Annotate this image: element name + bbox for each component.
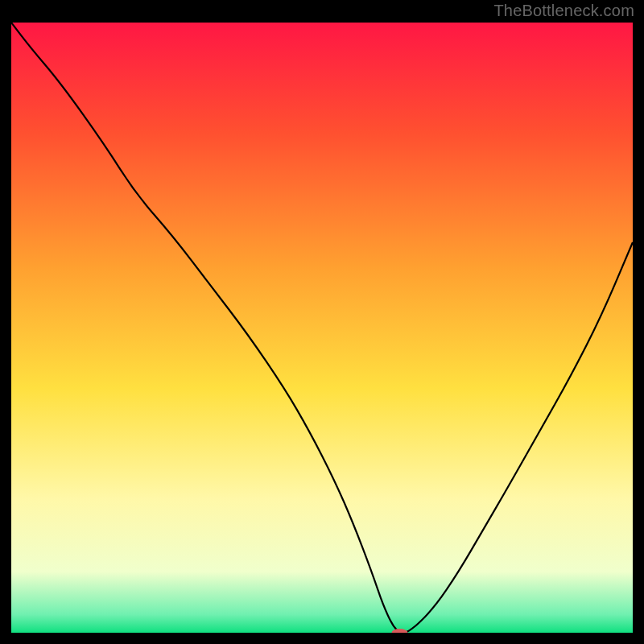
- watermark-text: TheBottleneck.com: [493, 2, 634, 20]
- plot-area: [11, 23, 633, 633]
- chart-frame: TheBottleneck.com: [0, 0, 644, 644]
- bottleneck-chart-svg: [11, 23, 633, 633]
- chart-background: [11, 23, 633, 633]
